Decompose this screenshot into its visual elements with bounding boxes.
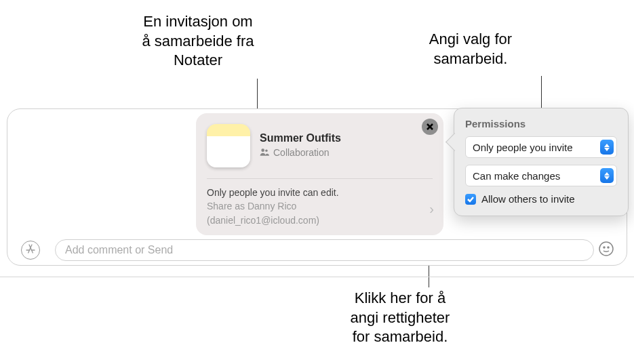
callout-permissions: Angi valg for samarbeid. [416, 30, 525, 68]
invite-details[interactable]: Only people you invite can edit. Share a… [207, 186, 433, 227]
appstore-icon [25, 243, 36, 257]
message-input[interactable]: Add comment or Send [55, 239, 594, 261]
permissions-heading: Permissions [465, 118, 617, 129]
select-value: Only people you invite [473, 142, 573, 153]
allow-others-checkbox-row[interactable]: Allow others to invite [465, 193, 617, 205]
window-divider [0, 277, 634, 277]
compose-area: Summer Outfits Collaboration Only people… [7, 108, 627, 266]
divider [207, 178, 433, 179]
svg-point-3 [603, 247, 605, 248]
who-can-access-select[interactable]: Only people you invite [465, 136, 617, 158]
collaboration-label: Collaboration [273, 147, 330, 158]
share-account: (daniel_rico1@icloud.com) [207, 214, 433, 227]
invite-header: Summer Outfits Collaboration [207, 124, 433, 178]
note-title: Summer Outfits [260, 132, 433, 144]
allow-others-label: Allow others to invite [481, 193, 575, 205]
callout-invite: En invitasjon om å samarbeide fra Notate… [120, 12, 276, 70]
smiley-icon [598, 241, 614, 260]
svg-point-4 [608, 247, 609, 248]
callout-text: Angi valg for samarbeid. [429, 31, 512, 67]
select-value: Can make changes [473, 170, 560, 182]
invite-title-block: Summer Outfits Collaboration [260, 124, 433, 158]
apps-button[interactable] [21, 241, 40, 260]
permission-summary: Only people you invite can edit. [207, 186, 433, 199]
svg-point-0 [261, 148, 264, 152]
checkbox-checked[interactable] [465, 194, 476, 205]
notes-app-icon [207, 124, 250, 167]
dropdown-stepper-icon [600, 140, 614, 155]
close-button[interactable] [422, 119, 438, 135]
permission-level-select[interactable]: Can make changes [465, 165, 617, 186]
placeholder-text: Add comment or Send [65, 244, 173, 256]
emoji-button[interactable] [597, 241, 616, 260]
svg-point-2 [599, 242, 613, 256]
permissions-popover: Permissions Only people you invite Can m… [454, 108, 629, 216]
share-as-line: Share as Danny Rico [207, 199, 433, 213]
chevron-right-icon[interactable]: › [429, 199, 434, 219]
dropdown-stepper-icon [600, 168, 614, 183]
callout-text: En invitasjon om å samarbeide fra Notate… [142, 13, 254, 68]
callout-chevron: Klikk her for å angi rettigheter for sam… [332, 289, 468, 347]
svg-point-1 [265, 150, 268, 153]
collaboration-mode[interactable]: Collaboration [260, 147, 433, 158]
people-icon [260, 147, 269, 158]
callout-text: Klikk her for å angi rettigheter for sam… [351, 289, 450, 345]
callout-line [541, 76, 542, 111]
close-icon [427, 121, 433, 133]
collaboration-invite-card: Summer Outfits Collaboration Only people… [196, 113, 443, 235]
